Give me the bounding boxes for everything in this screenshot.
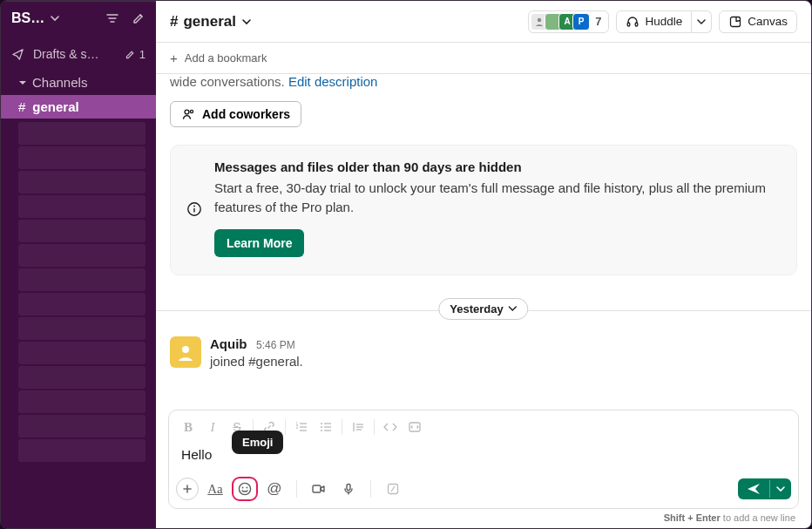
toolbar-separator	[296, 480, 297, 498]
channels-label: Channels	[32, 75, 87, 90]
send-button[interactable]	[738, 478, 769, 499]
blurred-item	[18, 342, 145, 364]
svg-text:2: 2	[296, 424, 299, 430]
italic-button[interactable]: I	[200, 416, 225, 438]
plus-icon: +	[170, 51, 178, 64]
toolbar-separator	[374, 419, 375, 435]
channel-description: wide conversations. Edit description	[170, 74, 797, 89]
svg-point-12	[182, 346, 189, 353]
message-row: Aquib 5:46 PM joined #general.	[170, 336, 797, 369]
send-icon	[11, 48, 24, 61]
hint-rest: to add a new line	[721, 512, 795, 523]
svg-rect-34	[313, 485, 321, 492]
bullet-list-button[interactable]	[314, 416, 338, 438]
canvas-icon	[728, 15, 742, 29]
huddle-button[interactable]: Huddle	[616, 10, 692, 33]
message-sender[interactable]: Aquib	[210, 336, 247, 351]
composer-bottom-bar: Aa @	[169, 471, 798, 508]
avatar: P	[572, 13, 590, 31]
date-divider: Yesterday	[170, 302, 797, 319]
ordered-list-button[interactable]: 12	[289, 416, 314, 438]
composer: B I S 12	[168, 410, 799, 509]
formatting-toggle-button[interactable]: Aa	[202, 477, 228, 501]
workspace-header[interactable]: BS…	[1, 2, 156, 35]
canvas-button[interactable]: Canvas	[719, 10, 797, 33]
compose-icon[interactable]	[132, 11, 145, 25]
composer-hint: Shift + Enter to add a new line	[168, 509, 799, 523]
date-divider-label: Yesterday	[450, 302, 503, 315]
caret-down-icon	[18, 78, 27, 87]
add-coworkers-label: Add coworkers	[202, 107, 290, 121]
blurred-item	[18, 366, 145, 389]
svg-point-3	[538, 17, 541, 21]
send-options-button[interactable]	[769, 480, 791, 498]
add-coworkers-button[interactable]: Add coworkers	[170, 101, 301, 127]
svg-point-31	[239, 483, 250, 494]
huddle-caret[interactable]	[692, 10, 712, 33]
blockquote-button[interactable]	[346, 416, 370, 438]
learn-more-button[interactable]: Learn More	[214, 229, 304, 257]
drafts-row[interactable]: Drafts & s… 1	[1, 42, 156, 66]
mention-button[interactable]: @	[261, 477, 288, 501]
blurred-item	[18, 146, 145, 169]
svg-point-7	[185, 110, 189, 114]
emoji-button[interactable]	[232, 477, 258, 501]
upgrade-notice: Messages and files older than 90 days ar…	[170, 145, 797, 275]
blurred-item	[18, 268, 145, 291]
app-root: BS… Drafts & s…	[0, 0, 812, 529]
drafts-count: 1	[139, 48, 145, 61]
bookmarks-bar[interactable]: + Add a bookmark	[156, 43, 811, 74]
chevron-down-icon	[241, 17, 252, 27]
composer-text: Hello	[181, 447, 212, 462]
video-button[interactable]	[306, 477, 332, 501]
channel-title-text: general	[183, 13, 235, 31]
date-divider-button[interactable]: Yesterday	[438, 298, 528, 320]
channel-header: # general A P 7	[156, 1, 811, 43]
message-scroll-area: wide conversations. Edit description Add…	[156, 74, 811, 410]
svg-point-11	[193, 205, 195, 207]
huddle-label: Huddle	[645, 15, 682, 28]
members-button[interactable]: A P 7	[528, 10, 609, 33]
audio-button[interactable]	[335, 477, 362, 501]
blurred-item	[18, 171, 145, 193]
person-add-icon	[181, 107, 195, 121]
avatar[interactable]	[170, 336, 201, 368]
svg-rect-35	[347, 485, 350, 491]
hash-icon: #	[18, 99, 25, 114]
filter-icon[interactable]	[105, 11, 119, 25]
svg-rect-4	[628, 23, 631, 26]
code-button[interactable]	[378, 416, 403, 438]
message-body: joined #general.	[210, 354, 303, 369]
workspace-name: BS…	[11, 10, 44, 26]
hash-icon: #	[170, 13, 178, 31]
send-button-group	[738, 478, 791, 499]
blurred-item	[18, 220, 145, 242]
blurred-item	[18, 390, 145, 413]
svg-point-8	[190, 110, 193, 112]
bold-button[interactable]: B	[176, 416, 200, 438]
channel-title-button[interactable]: # general	[170, 13, 252, 31]
add-bookmark-label: Add a bookmark	[185, 51, 267, 64]
svg-point-23	[321, 430, 322, 431]
sidebar-blurred-items	[1, 122, 156, 528]
svg-point-33	[247, 487, 248, 489]
description-text: wide conversations.	[170, 74, 288, 89]
blurred-item	[18, 317, 145, 340]
attach-button[interactable]	[176, 478, 199, 500]
message-time[interactable]: 5:46 PM	[256, 339, 295, 351]
chevron-down-icon	[509, 304, 518, 313]
drafts-label: Drafts & s…	[33, 47, 98, 61]
sidebar: BS… Drafts & s…	[1, 1, 156, 528]
edit-description-link[interactable]: Edit description	[288, 74, 378, 89]
svg-rect-6	[731, 17, 741, 26]
chevron-down-icon	[50, 13, 60, 24]
toolbar-separator	[342, 419, 342, 435]
channel-general[interactable]: # general	[1, 95, 156, 119]
svg-point-21	[321, 423, 322, 424]
shortcuts-button[interactable]	[380, 477, 406, 501]
channel-general-label: general	[32, 99, 78, 114]
blurred-item	[18, 439, 145, 462]
channels-section-header[interactable]: Channels	[1, 66, 156, 95]
code-block-button[interactable]	[403, 416, 427, 438]
svg-point-22	[321, 426, 322, 428]
